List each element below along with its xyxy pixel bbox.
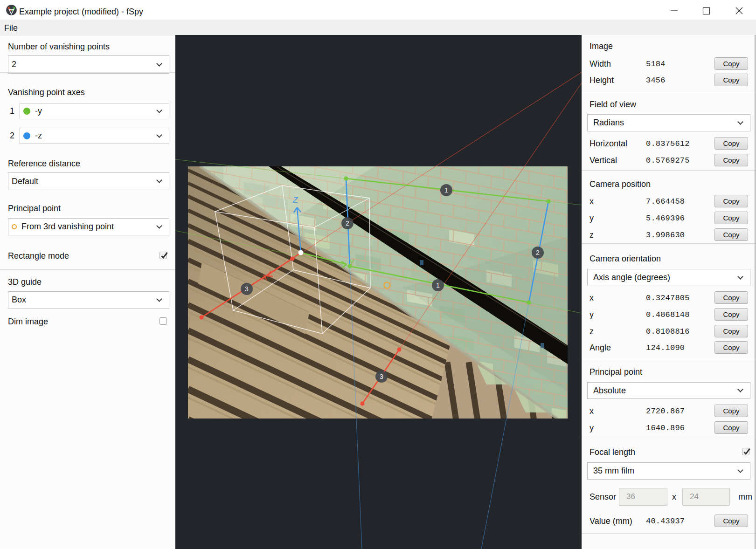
svg-text:Z: Z <box>292 196 298 205</box>
svg-text:2: 2 <box>346 220 349 227</box>
svg-text:1: 1 <box>444 186 448 194</box>
svg-text:1: 1 <box>436 281 440 289</box>
svg-text:3: 3 <box>245 285 249 293</box>
svg-text:3: 3 <box>380 373 383 380</box>
svg-text:X: X <box>262 273 268 282</box>
svg-text:2: 2 <box>536 249 540 256</box>
